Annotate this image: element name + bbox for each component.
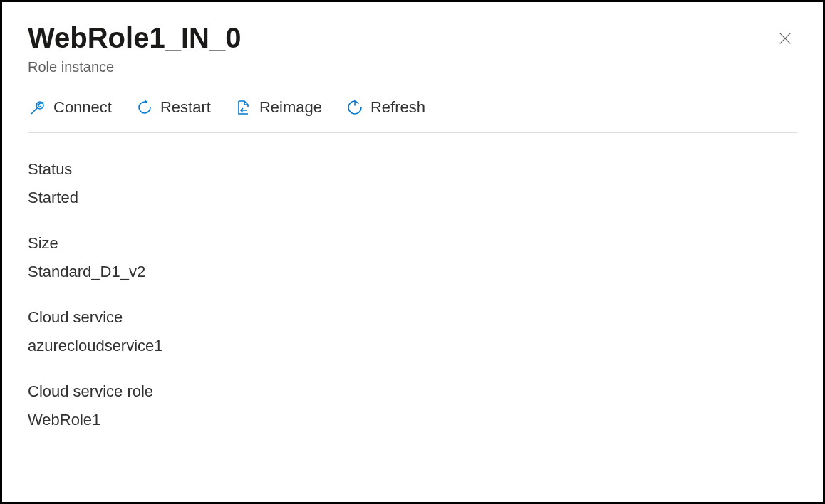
size-value: Standard_D1_v2	[28, 263, 797, 281]
reimage-button[interactable]: Reimage	[234, 95, 323, 120]
property-cloud-service-role: Cloud service role WebRole1	[28, 382, 797, 429]
page-title: WebRole1_IN_0	[28, 22, 241, 53]
cloud-service-role-label: Cloud service role	[28, 382, 797, 401]
refresh-icon	[346, 99, 363, 116]
refresh-button[interactable]: Refresh	[345, 95, 427, 120]
header-text: WebRole1_IN_0 Role instance	[28, 22, 241, 75]
status-value: Started	[28, 189, 797, 207]
restart-button[interactable]: Restart	[135, 95, 212, 120]
refresh-label: Refresh	[370, 98, 425, 117]
close-button[interactable]	[773, 26, 797, 53]
properties-panel: Status Started Size Standard_D1_v2 Cloud…	[28, 160, 797, 429]
reimage-icon	[235, 99, 252, 116]
connect-label: Connect	[53, 98, 112, 117]
cloud-service-label: Cloud service	[28, 308, 797, 327]
page-subtitle: Role instance	[28, 59, 241, 75]
connect-button[interactable]: Connect	[28, 95, 113, 120]
property-cloud-service: Cloud service azurecloudservice1	[28, 308, 797, 355]
property-status: Status Started	[28, 160, 797, 207]
restart-label: Restart	[160, 98, 211, 117]
close-icon	[777, 38, 793, 48]
connect-icon	[29, 99, 46, 116]
status-label: Status	[28, 160, 797, 179]
restart-icon	[136, 99, 153, 116]
reimage-label: Reimage	[259, 98, 322, 117]
header: WebRole1_IN_0 Role instance	[28, 22, 797, 75]
cloud-service-role-value: WebRole1	[28, 411, 797, 429]
property-size: Size Standard_D1_v2	[28, 234, 797, 281]
cloud-service-value: azurecloudservice1	[28, 337, 797, 355]
size-label: Size	[28, 234, 797, 253]
toolbar: Connect Restart Reimage	[28, 95, 797, 133]
